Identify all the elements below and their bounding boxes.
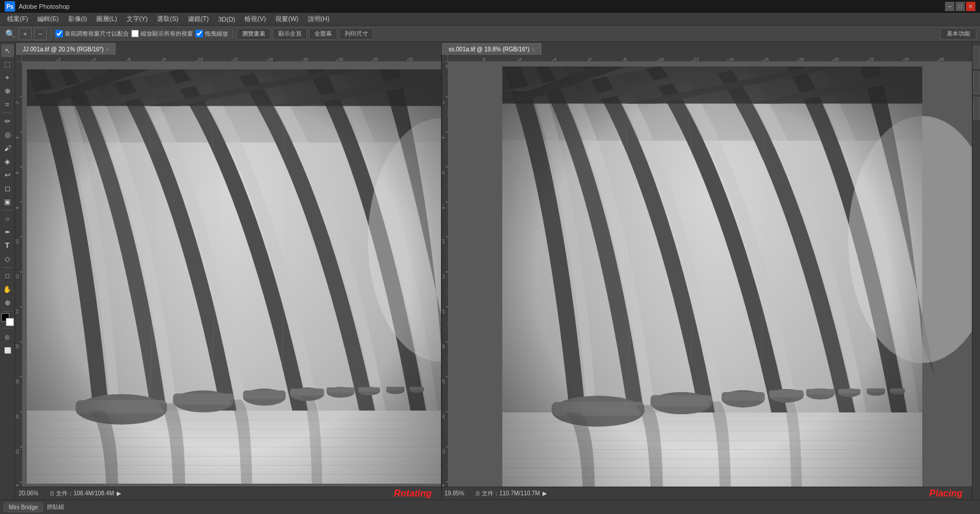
proof-icon-left: ⎙: [50, 490, 54, 496]
svg-text:4: 4: [15, 137, 19, 139]
placing-label: Placing: [929, 488, 963, 499]
svg-text:14: 14: [729, 57, 734, 61]
svg-text:10: 10: [659, 57, 664, 61]
canvas-left: 2 4 6 8 10 12 14 16 18 20 22: [15, 55, 441, 499]
svg-text:22: 22: [408, 57, 413, 61]
document-area: JJ 001a.tif @ 20.1% (RGB/16*) × ss.001a.…: [15, 42, 972, 499]
svg-text:16: 16: [15, 344, 19, 349]
workspace-button[interactable]: 基本功能: [940, 28, 977, 40]
bottom-bar-extra: 拼貼組: [47, 503, 64, 511]
scrubby-zoom-checkbox[interactable]: 拖曳縮放: [195, 30, 228, 38]
menu-help[interactable]: 說明(H): [303, 13, 334, 25]
panel-icon-3[interactable]: [973, 97, 980, 120]
zoom-out-icon[interactable]: −: [34, 27, 47, 40]
move-tool[interactable]: ↖: [1, 44, 14, 57]
tab-left-close[interactable]: ×: [106, 47, 109, 53]
architectural-photo-right: [453, 67, 972, 487]
history-brush-tool[interactable]: ↩: [1, 169, 14, 181]
zoom-tool[interactable]: ⊕: [1, 296, 14, 309]
menu-text[interactable]: 文字(Y): [122, 13, 153, 25]
type-tool[interactable]: T: [1, 239, 14, 252]
close-button[interactable]: ✕: [966, 2, 975, 11]
title-bar-title: Adobe Photoshop: [19, 3, 69, 10]
tab-right-close[interactable]: ×: [532, 47, 535, 53]
print-size-btn[interactable]: 列印尺寸: [340, 28, 373, 40]
canvas-right: 0 2 4 6 8 10 12 14 16 18 20: [441, 55, 972, 499]
brush-tool[interactable]: 🖌: [1, 142, 14, 155]
ruler-svg-right: 0 2 4 6 8 10 12 14 16 18 20: [448, 55, 972, 62]
menu-window[interactable]: 視窗(W): [271, 13, 303, 25]
menu-layer[interactable]: 圖層(L): [92, 13, 121, 25]
gradient-tool[interactable]: ▣: [1, 195, 14, 208]
title-bar-controls[interactable]: ─ □ ✕: [945, 2, 975, 11]
tab-left[interactable]: JJ 001a.tif @ 20.1% (RGB/16*) ×: [16, 43, 116, 55]
lasso-tool[interactable]: ⌖: [1, 71, 14, 84]
menu-file[interactable]: 檔案(F): [2, 13, 33, 25]
file-size-left: 文件：108.4M/108.4M: [56, 489, 114, 498]
pen-tool[interactable]: ✒: [1, 226, 14, 239]
quick-selection-tool[interactable]: ⊕: [1, 85, 14, 97]
menu-3d[interactable]: 3D(D): [214, 15, 240, 24]
svg-text:4: 4: [554, 57, 556, 61]
clone-stamp-tool[interactable]: ◈: [1, 155, 14, 168]
panel-icon-1[interactable]: [973, 46, 980, 69]
spot-heal-tool[interactable]: ◎: [1, 128, 14, 141]
right-side-icons: [973, 43, 980, 123]
screen-mode-tool[interactable]: ⬜: [1, 344, 14, 356]
zoom-in-icon[interactable]: +: [19, 27, 32, 40]
ruler-vertical-left: 2 4 6 8 10 12 14 16 18 20 22: [15, 62, 22, 487]
ruler-corner-left: [15, 55, 22, 62]
crop-tool[interactable]: ⌗: [1, 98, 14, 111]
svg-rect-103: [27, 69, 441, 484]
ps-icon: Ps: [5, 1, 15, 12]
svg-text:20: 20: [373, 57, 378, 61]
shape-tool[interactable]: □: [1, 270, 14, 282]
svg-text:20: 20: [15, 414, 19, 419]
mini-bridge-button[interactable]: Mini Bridge: [4, 502, 43, 512]
ruler-horizontal-right: 0 2 4 6 8 10 12 14 16 18 20: [448, 55, 972, 62]
menu-filter[interactable]: 濾鏡(T): [183, 13, 214, 25]
zoom-all-windows-checkbox[interactable]: 縮放顯示所有的視窗: [131, 30, 193, 38]
photo-left: [27, 67, 441, 487]
menu-image[interactable]: 影像(I): [64, 13, 92, 25]
panel-icon-2[interactable]: [973, 71, 980, 95]
quick-mask-tool[interactable]: ◎: [1, 330, 14, 343]
svg-text:24: 24: [904, 57, 909, 61]
svg-text:8: 8: [624, 57, 626, 61]
status-arrow-left[interactable]: ▶: [117, 490, 121, 496]
maximize-button[interactable]: □: [956, 2, 965, 11]
svg-text:4: 4: [93, 57, 96, 61]
svg-rect-0: [22, 55, 441, 62]
fullscreen-btn[interactable]: 全螢幕: [309, 28, 337, 40]
svg-text:20: 20: [834, 57, 839, 61]
browse-pixels-btn[interactable]: 瀏覽畫素: [237, 28, 271, 40]
eyedropper-tool[interactable]: ✏: [1, 115, 14, 128]
path-tool[interactable]: ◇: [1, 253, 14, 265]
background-color[interactable]: [6, 318, 14, 326]
svg-text:22: 22: [869, 57, 874, 61]
svg-text:6: 6: [128, 57, 131, 61]
eraser-tool[interactable]: ◻: [1, 182, 14, 195]
svg-text:2: 2: [58, 57, 61, 61]
tab-left-filename: JJ 001a.tif @ 20.1% (RGB/16*): [23, 46, 104, 53]
menu-edit[interactable]: 編輯(E): [33, 13, 64, 25]
menu-select[interactable]: 選取(S): [152, 13, 183, 25]
marquee-tool[interactable]: ⬚: [1, 58, 14, 71]
tab-right[interactable]: ss.001a.tif @ 19.8% (RGB/16*) ×: [442, 43, 541, 55]
hand-tool[interactable]: ✋: [1, 283, 14, 296]
minimize-button[interactable]: ─: [945, 2, 954, 11]
menu-view[interactable]: 檢視(V): [240, 13, 271, 25]
menu-bar: 檔案(F) 編輯(E) 影像(I) 圖層(L) 文字(Y) 選取(S) 濾鏡(T…: [0, 13, 980, 26]
zoom-tool-icon[interactable]: 🔍: [4, 27, 16, 40]
status-arrow-right[interactable]: ▶: [542, 490, 547, 496]
resize-window-checkbox[interactable]: 靠前調整視窗尺寸以配合: [55, 30, 129, 38]
svg-text:18: 18: [338, 57, 343, 61]
svg-text:18: 18: [15, 379, 19, 384]
ruler-svg-left: 2 4 6 8 10 12 14 16 18 20 22: [22, 55, 441, 62]
show-full-page-btn[interactable]: 顯示全頁: [273, 28, 307, 40]
dodge-tool[interactable]: ○: [1, 212, 14, 225]
color-picker[interactable]: [1, 313, 14, 326]
zoom-level-right: 19.85%: [444, 490, 474, 496]
svg-rect-36: [15, 62, 22, 487]
svg-text:2: 2: [15, 102, 19, 104]
